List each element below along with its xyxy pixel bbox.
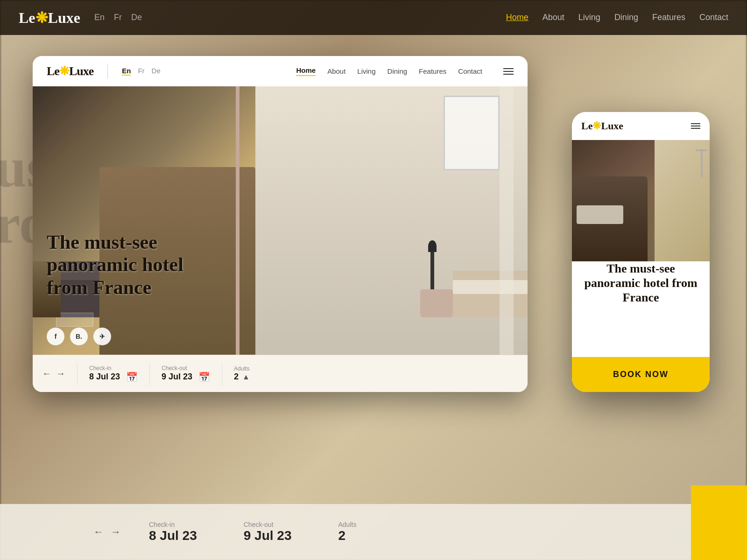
desktop-booking-bar: ← → Check-in 8 Jul 23 📅 Check-out 9 Jul … — [33, 355, 528, 392]
mobile-mockup: Le❋Luxe The must-see panoramic hotel fro… — [572, 112, 710, 392]
desktop-navbar: Le❋Luxe En Fr De Home About Living Dinin… — [33, 56, 528, 86]
checkin-field[interactable]: Check-in 8 Jul 23 📅 — [82, 365, 145, 383]
mobile-logo: Le❋Luxe — [581, 120, 623, 132]
checkout-value: 9 Jul 23 — [162, 372, 192, 382]
book-now-label: BOOK NOW — [613, 370, 669, 379]
lang-en[interactable]: En — [122, 67, 131, 76]
mobile-book-now-button[interactable]: BOOK NOW — [572, 357, 710, 392]
bg-nav-living: Living — [578, 13, 600, 22]
adults-value: 2 — [234, 372, 239, 382]
mobile-hamburger-menu[interactable] — [691, 123, 700, 129]
bg-navbar: Le❋Luxe En Fr De Home About Living Dinin… — [0, 0, 747, 35]
nav-features[interactable]: Features — [419, 67, 446, 75]
bg-nav-links: Home About Living Dining Features Contac… — [506, 13, 728, 22]
adults-field[interactable]: Adults 2 ▲ — [227, 365, 288, 382]
checkout-field[interactable]: Check-out 9 Jul 23 📅 — [155, 365, 217, 383]
nav-dining[interactable]: Dining — [388, 67, 408, 75]
checkin-value: 8 Jul 23 — [89, 372, 120, 382]
hero-room-left-image — [33, 86, 255, 355]
nav-contact[interactable]: Contact — [458, 67, 482, 75]
bg-nav-contact: Contact — [699, 13, 728, 22]
hamburger-menu[interactable] — [503, 68, 514, 75]
nav-living[interactable]: Living — [357, 67, 375, 75]
yellow-accent-square — [691, 485, 747, 560]
adults-label: Adults — [234, 365, 281, 372]
bg-lang-switcher: En Fr De — [94, 13, 142, 22]
mobile-navbar: Le❋Luxe — [572, 112, 710, 140]
hero-room-right-image — [255, 86, 528, 355]
adults-up-arrow[interactable]: ▲ — [242, 373, 250, 381]
bg-arrow-left: ← — [93, 526, 104, 538]
bg-booking-bar: ← → Check-in 8 Jul 23 Check-out 9 Jul 23… — [0, 504, 747, 560]
mobile-logo-star: ❋ — [592, 120, 601, 132]
booking-next-arrow[interactable]: → — [56, 368, 65, 379]
lang-fr[interactable]: Fr — [138, 67, 144, 76]
desktop-mockup: Le❋Luxe En Fr De Home About Living Dinin… — [33, 56, 528, 392]
bg-lang-de: De — [131, 13, 142, 22]
lang-de[interactable]: De — [152, 67, 161, 76]
facebook-icon[interactable]: f — [47, 328, 64, 345]
bg-logo: Le❋Luxe — [19, 9, 80, 27]
mobile-hero-image — [572, 140, 710, 261]
bg-arrow-right: → — [111, 526, 121, 538]
bg-nav-home: Home — [506, 13, 529, 22]
checkout-label: Check-out — [162, 365, 210, 371]
bg-checkout-field: Check-out 9 Jul 23 — [244, 521, 292, 543]
calendar-icon-checkin: 📅 — [126, 371, 138, 383]
bg-lang-en: En — [94, 13, 105, 22]
nav-home[interactable]: Home — [296, 66, 316, 76]
tripadvisor-icon[interactable]: ✈ — [93, 328, 111, 345]
bg-nav-about: About — [543, 13, 564, 22]
booking-separator-1 — [77, 362, 78, 385]
desktop-hero: The must-see panoramic hotel from France… — [33, 86, 528, 355]
hero-headline: The must-see panoramic hotel from France — [47, 231, 224, 299]
lang-switcher: En Fr De — [122, 67, 161, 76]
adults-control: 2 ▲ — [234, 372, 281, 382]
booking-icon[interactable]: B. — [70, 328, 88, 345]
booking-separator-2 — [149, 362, 150, 385]
booking-separator-3 — [222, 362, 222, 385]
checkin-label: Check-in — [89, 365, 138, 371]
booking-prev-arrow[interactable]: ← — [42, 368, 51, 379]
nav-about[interactable]: About — [327, 67, 345, 75]
bg-lang-fr: Fr — [114, 13, 122, 22]
booking-nav-arrows: ← → — [42, 368, 65, 379]
bg-nav-dining: Dining — [614, 13, 638, 22]
logo-colon: ❋ — [59, 64, 69, 78]
hero-divider — [236, 86, 240, 355]
bg-checkin-field: Check-in 8 Jul 23 — [149, 521, 197, 543]
desktop-logo: Le❋Luxe — [47, 64, 93, 78]
social-icons: f B. ✈ — [47, 328, 111, 345]
lang-separator — [107, 64, 108, 78]
bg-nav-features: Features — [652, 13, 685, 22]
mobile-hero-headline: The must-see panoramic hotel from France — [572, 261, 710, 305]
desktop-nav-links: Home About Living Dining Features Contac… — [296, 66, 514, 76]
calendar-icon-checkout: 📅 — [198, 371, 210, 383]
bg-adults-field: Adults 2 — [338, 521, 356, 543]
